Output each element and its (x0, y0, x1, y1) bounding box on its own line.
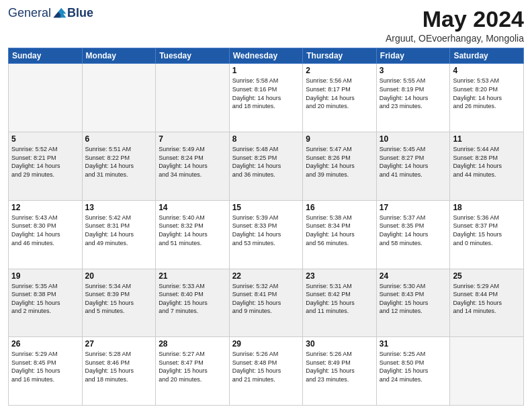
calendar-cell (9, 64, 83, 132)
calendar-cell: 30Sunrise: 5:26 AM Sunset: 8:49 PM Dayli… (303, 337, 377, 406)
calendar-cell: 12Sunrise: 5:43 AM Sunset: 8:30 PM Dayli… (9, 200, 83, 269)
day-number: 1 (232, 66, 300, 75)
calendar-cell: 6Sunrise: 5:51 AM Sunset: 8:22 PM Daylig… (82, 132, 156, 201)
day-info: Sunrise: 5:34 AM Sunset: 8:39 PM Dayligh… (85, 282, 153, 316)
day-info: Sunrise: 5:32 AM Sunset: 8:41 PM Dayligh… (232, 282, 300, 316)
calendar-row-2: 5Sunrise: 5:52 AM Sunset: 8:21 PM Daylig… (9, 132, 524, 201)
logo-text: General Blue (8, 7, 93, 19)
calendar-cell: 7Sunrise: 5:49 AM Sunset: 8:24 PM Daylig… (156, 132, 230, 201)
day-info: Sunrise: 5:44 AM Sunset: 8:28 PM Dayligh… (453, 145, 521, 179)
title-block: May 2024 Arguut, OEvoerhangay, Mongolia (386, 7, 524, 44)
logo-icon (52, 7, 67, 19)
day-number: 31 (380, 339, 447, 349)
calendar-row-4: 19Sunrise: 5:35 AM Sunset: 8:38 PM Dayli… (9, 269, 524, 337)
day-number: 9 (306, 134, 373, 144)
calendar-cell: 22Sunrise: 5:32 AM Sunset: 8:41 PM Dayli… (229, 269, 303, 337)
calendar-cell: 28Sunrise: 5:27 AM Sunset: 8:47 PM Dayli… (156, 337, 230, 406)
day-info: Sunrise: 5:39 AM Sunset: 8:33 PM Dayligh… (232, 214, 300, 247)
day-info: Sunrise: 5:26 AM Sunset: 8:48 PM Dayligh… (232, 350, 300, 383)
day-number: 27 (85, 339, 153, 349)
header: General Blue May 2024 Arguut, OEvoerhang… (8, 7, 524, 44)
calendar-cell (82, 64, 156, 132)
calendar-row-1: 1Sunrise: 5:58 AM Sunset: 8:16 PM Daylig… (9, 64, 524, 132)
day-number: 10 (380, 134, 447, 144)
day-number: 14 (159, 203, 226, 212)
logo-general: General (8, 7, 51, 19)
day-info: Sunrise: 5:31 AM Sunset: 8:42 PM Dayligh… (306, 282, 373, 316)
calendar-cell: 25Sunrise: 5:29 AM Sunset: 8:44 PM Dayli… (450, 269, 524, 337)
day-number: 26 (11, 339, 79, 349)
calendar-cell: 5Sunrise: 5:52 AM Sunset: 8:21 PM Daylig… (9, 132, 83, 201)
day-number: 8 (232, 134, 300, 144)
day-info: Sunrise: 5:28 AM Sunset: 8:46 PM Dayligh… (85, 350, 153, 383)
day-number: 29 (232, 339, 300, 349)
day-info: Sunrise: 5:45 AM Sunset: 8:27 PM Dayligh… (380, 145, 447, 179)
day-info: Sunrise: 5:55 AM Sunset: 8:19 PM Dayligh… (380, 77, 447, 110)
calendar-cell: 3Sunrise: 5:55 AM Sunset: 8:19 PM Daylig… (376, 64, 450, 132)
day-info: Sunrise: 5:58 AM Sunset: 8:16 PM Dayligh… (232, 77, 300, 110)
day-number: 15 (232, 203, 300, 212)
day-info: Sunrise: 5:35 AM Sunset: 8:38 PM Dayligh… (11, 282, 79, 316)
page: General Blue May 2024 Arguut, OEvoerhang… (0, 0, 532, 411)
calendar-cell: 29Sunrise: 5:26 AM Sunset: 8:48 PM Dayli… (229, 337, 303, 406)
day-info: Sunrise: 5:48 AM Sunset: 8:25 PM Dayligh… (232, 145, 300, 179)
day-info: Sunrise: 5:26 AM Sunset: 8:49 PM Dayligh… (306, 350, 373, 383)
day-info: Sunrise: 5:25 AM Sunset: 8:50 PM Dayligh… (380, 350, 447, 383)
day-info: Sunrise: 5:30 AM Sunset: 8:43 PM Dayligh… (380, 282, 447, 316)
day-number: 19 (11, 271, 79, 281)
day-info: Sunrise: 5:52 AM Sunset: 8:21 PM Dayligh… (11, 145, 79, 179)
day-number: 11 (453, 134, 521, 144)
day-info: Sunrise: 5:27 AM Sunset: 8:47 PM Dayligh… (159, 350, 226, 383)
day-number: 6 (85, 134, 153, 144)
calendar-cell (450, 337, 524, 406)
day-number: 3 (380, 66, 447, 75)
logo-blue: Blue (67, 7, 93, 19)
calendar-cell: 11Sunrise: 5:44 AM Sunset: 8:28 PM Dayli… (450, 132, 524, 201)
calendar-cell: 15Sunrise: 5:39 AM Sunset: 8:33 PM Dayli… (229, 200, 303, 269)
day-number: 25 (453, 271, 521, 281)
calendar-table: Sunday Monday Tuesday Wednesday Thursday… (8, 48, 524, 406)
calendar-cell: 14Sunrise: 5:40 AM Sunset: 8:32 PM Dayli… (156, 200, 230, 269)
day-info: Sunrise: 5:43 AM Sunset: 8:30 PM Dayligh… (11, 214, 79, 247)
calendar-cell: 24Sunrise: 5:30 AM Sunset: 8:43 PM Dayli… (376, 269, 450, 337)
calendar-cell: 23Sunrise: 5:31 AM Sunset: 8:42 PM Dayli… (303, 269, 377, 337)
calendar-cell: 19Sunrise: 5:35 AM Sunset: 8:38 PM Dayli… (9, 269, 83, 337)
calendar-cell: 4Sunrise: 5:53 AM Sunset: 8:20 PM Daylig… (450, 64, 524, 132)
day-number: 20 (85, 271, 153, 281)
day-number: 7 (159, 134, 226, 144)
calendar-row-3: 12Sunrise: 5:43 AM Sunset: 8:30 PM Dayli… (9, 200, 524, 269)
calendar-cell: 27Sunrise: 5:28 AM Sunset: 8:46 PM Dayli… (82, 337, 156, 406)
col-sunday: Sunday (9, 48, 83, 64)
day-info: Sunrise: 5:36 AM Sunset: 8:37 PM Dayligh… (453, 214, 521, 247)
calendar-cell: 26Sunrise: 5:29 AM Sunset: 8:45 PM Dayli… (9, 337, 83, 406)
calendar-row-5: 26Sunrise: 5:29 AM Sunset: 8:45 PM Dayli… (9, 337, 524, 406)
calendar-cell: 8Sunrise: 5:48 AM Sunset: 8:25 PM Daylig… (229, 132, 303, 201)
calendar-cell: 16Sunrise: 5:38 AM Sunset: 8:34 PM Dayli… (303, 200, 377, 269)
day-info: Sunrise: 5:40 AM Sunset: 8:32 PM Dayligh… (159, 214, 226, 247)
col-tuesday: Tuesday (156, 48, 230, 64)
day-number: 5 (11, 134, 79, 144)
day-number: 17 (380, 203, 447, 212)
day-info: Sunrise: 5:29 AM Sunset: 8:44 PM Dayligh… (453, 282, 521, 316)
calendar-cell (156, 64, 230, 132)
col-friday: Friday (376, 48, 450, 64)
calendar-cell: 21Sunrise: 5:33 AM Sunset: 8:40 PM Dayli… (156, 269, 230, 337)
calendar-cell: 13Sunrise: 5:42 AM Sunset: 8:31 PM Dayli… (82, 200, 156, 269)
calendar-cell: 1Sunrise: 5:58 AM Sunset: 8:16 PM Daylig… (229, 64, 303, 132)
day-number: 2 (306, 66, 373, 75)
col-saturday: Saturday (450, 48, 524, 64)
month-title: May 2024 (386, 7, 524, 32)
day-info: Sunrise: 5:53 AM Sunset: 8:20 PM Dayligh… (453, 77, 521, 110)
day-number: 4 (453, 66, 521, 75)
subtitle: Arguut, OEvoerhangay, Mongolia (386, 33, 524, 44)
col-thursday: Thursday (303, 48, 377, 64)
calendar-cell: 17Sunrise: 5:37 AM Sunset: 8:35 PM Dayli… (376, 200, 450, 269)
col-wednesday: Wednesday (229, 48, 303, 64)
day-info: Sunrise: 5:49 AM Sunset: 8:24 PM Dayligh… (159, 145, 226, 179)
calendar-header-row: Sunday Monday Tuesday Wednesday Thursday… (9, 48, 524, 64)
day-info: Sunrise: 5:56 AM Sunset: 8:17 PM Dayligh… (306, 77, 373, 110)
day-info: Sunrise: 5:38 AM Sunset: 8:34 PM Dayligh… (306, 214, 373, 247)
day-number: 12 (11, 203, 79, 212)
day-info: Sunrise: 5:47 AM Sunset: 8:26 PM Dayligh… (306, 145, 373, 179)
day-number: 13 (85, 203, 153, 212)
